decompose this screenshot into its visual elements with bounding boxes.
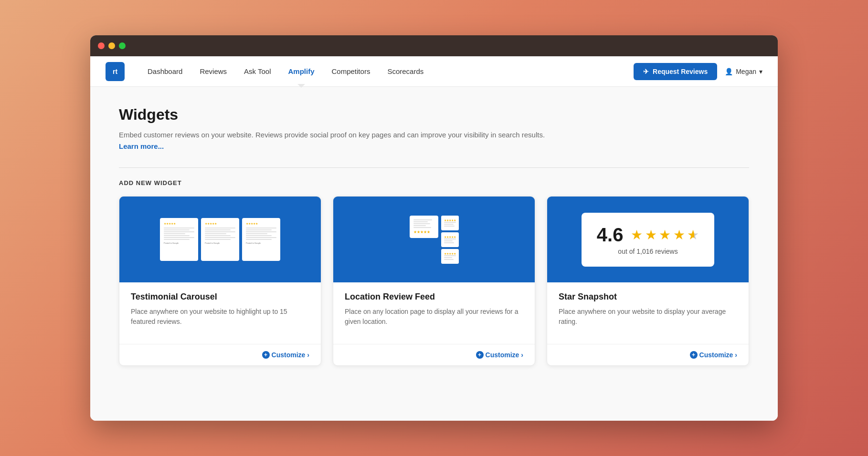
mini-stars-2: ★★★★★ [205,222,235,226]
star-half: ★ [687,228,699,242]
star-1: ★ [631,228,643,242]
feed-left: ★★★★★ [410,216,438,238]
traffic-light-red[interactable] [98,42,105,49]
request-reviews-label: Request Reviews [653,68,708,75]
widget-preview-feed: ★★★★★ ★★★★★ ★★★★★ [333,197,535,282]
customize-link-feed[interactable]: + Customize › [476,351,523,359]
customize-label-snapshot: Customize [699,351,733,359]
page-description: Embed customer reviews on your website. … [119,129,549,152]
chevron-down-icon: ▾ [759,68,762,75]
nav-item-reviews[interactable]: Reviews [192,63,234,79]
widget-card-location-feed: ★★★★★ ★★★★★ ★★★★★ [333,196,535,366]
nav-item-competitors[interactable]: Competitors [324,63,378,79]
chevron-right-feed: › [521,351,523,359]
star-2: ★ [645,228,657,242]
widget-card-testimonial-carousel: ★★★★★ Posted to Google ★★★★★ [119,196,321,366]
chevron-right-snapshot: › [735,351,737,359]
feed-row-3: ★★★★★ [441,249,459,264]
logo-icon: rt [106,62,125,81]
section-divider [119,167,749,168]
widget-preview-snapshot: 4.6 ★ ★ ★ ★ ★ out of 1,016 reviews [547,197,749,282]
widget-name-carousel: Testimonial Carousel [131,292,309,302]
user-name: Megan [736,68,756,75]
nav-item-amplify[interactable]: Amplify [281,63,322,79]
user-menu[interactable]: 👤 Megan ▾ [725,68,762,75]
browser-window: rt Dashboard Reviews Ask Tool Amplify Co… [90,35,778,421]
logo: rt [106,62,125,81]
widget-footer-feed: + Customize › [333,344,535,365]
traffic-light-green[interactable] [119,42,126,49]
request-reviews-button[interactable]: ✈ Request Reviews [634,63,717,80]
feed-row-2: ★★★★★ [441,232,459,247]
feed-left-stars: ★★★★★ [413,230,434,234]
widget-name-feed: Location Review Feed [345,292,523,302]
learn-more-link[interactable]: Learn more... [119,142,164,150]
traffic-light-yellow[interactable] [108,42,115,49]
star-4: ★ [673,228,685,242]
snapshot-rating: 4.6 [597,224,624,246]
plus-icon-feed: + [476,351,484,359]
page-title: Widgets [119,106,749,124]
widgets-grid: ★★★★★ Posted to Google ★★★★★ [119,196,749,366]
nav-item-dashboard[interactable]: Dashboard [140,63,190,79]
mini-stars-1: ★★★★★ [164,222,194,226]
page-description-text: Embed customer reviews on your website. … [119,131,545,139]
mini-review-3: ★★★★★ Posted to Google [242,218,280,261]
chevron-right-carousel: › [307,351,309,359]
plus-icon-snapshot: + [690,351,698,359]
main-content: Widgets Embed customer reviews on your w… [90,87,778,421]
widget-footer-snapshot: + Customize › [547,344,749,365]
add-widget-label: ADD NEW WIDGET [119,179,749,187]
snapshot-count: out of 1,016 reviews [597,248,699,255]
widget-info-snapshot: Star Snapshot Place anywhere on your web… [547,282,749,344]
plus-icon-carousel: + [262,351,270,359]
nav-right: ✈ Request Reviews 👤 Megan ▾ [634,63,762,80]
widget-footer-carousel: + Customize › [119,344,321,365]
nav-item-ask-tool[interactable]: Ask Tool [236,63,278,79]
page-header: Widgets Embed customer reviews on your w… [119,106,749,152]
widget-preview-carousel: ★★★★★ Posted to Google ★★★★★ [119,197,321,282]
snapshot-stars: ★ ★ ★ ★ ★ [631,227,699,243]
mini-review-2: ★★★★★ Posted to Google [201,218,239,261]
widget-name-snapshot: Star Snapshot [559,292,737,302]
feed-preview: ★★★★★ ★★★★★ ★★★★★ [410,216,459,264]
user-icon: 👤 [725,68,733,75]
widget-card-star-snapshot: 4.6 ★ ★ ★ ★ ★ out of 1,016 reviews [547,196,749,366]
widget-info-feed: Location Review Feed Place on any locati… [333,282,535,344]
widget-desc-carousel: Place anywhere on your website to highli… [131,307,309,327]
nav-links: Dashboard Reviews Ask Tool Amplify Compe… [140,63,634,79]
widget-desc-snapshot: Place anywhere on your website to displa… [559,307,737,327]
carousel-preview: ★★★★★ Posted to Google ★★★★★ [160,218,280,261]
widget-desc-feed: Place on any location page to display al… [345,307,523,327]
send-icon: ✈ [643,68,649,75]
mini-stars-3: ★★★★★ [246,222,276,226]
feed-row-1: ★★★★★ [441,216,459,230]
star-3: ★ [659,228,671,242]
customize-label-carousel: Customize [272,351,306,359]
customize-label-feed: Customize [486,351,519,359]
navbar: rt Dashboard Reviews Ask Tool Amplify Co… [90,56,778,87]
feed-right: ★★★★★ ★★★★★ [441,216,459,264]
nav-item-scorecards[interactable]: Scorecards [380,63,431,79]
logo-text: rt [113,68,117,75]
browser-titlebar [90,35,778,56]
customize-link-carousel[interactable]: + Customize › [262,351,309,359]
mini-review-1: ★★★★★ Posted to Google [160,218,198,261]
widget-info-carousel: Testimonial Carousel Place anywhere on y… [119,282,321,344]
snapshot-preview: 4.6 ★ ★ ★ ★ ★ out of 1,016 reviews [582,213,714,267]
customize-link-snapshot[interactable]: + Customize › [690,351,737,359]
